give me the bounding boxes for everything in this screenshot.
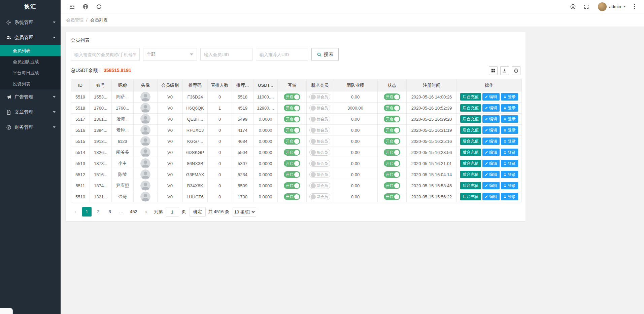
login-button[interactable]: 登录: [501, 193, 518, 200]
edit-button[interactable]: 编辑: [482, 149, 500, 156]
recharge-button[interactable]: 后台充值: [460, 93, 481, 101]
recharge-button[interactable]: 后台充值: [460, 149, 481, 156]
member-type-toggle[interactable]: 新会员: [309, 160, 330, 167]
referrer-uid-input[interactable]: [256, 48, 308, 61]
page-button-452[interactable]: 452: [128, 207, 139, 217]
sidebar-item-member-list[interactable]: 会员列表: [0, 45, 61, 56]
corner-widget[interactable]: [0, 308, 13, 314]
status-toggle[interactable]: 开启: [384, 171, 400, 178]
sidebar-toggle-icon[interactable]: [65, 0, 79, 13]
edit-button[interactable]: 编辑: [482, 104, 500, 112]
status-toggle[interactable]: 开启: [384, 182, 400, 189]
edit-button[interactable]: 编辑: [482, 171, 500, 178]
recharge-button[interactable]: 后台充值: [460, 160, 481, 167]
status-toggle[interactable]: 开启: [284, 193, 300, 200]
status-toggle[interactable]: 开启: [284, 116, 300, 122]
edit-button[interactable]: 编辑: [482, 115, 500, 123]
cell-actions: 后台充值编辑登录: [457, 158, 522, 169]
login-button[interactable]: 登录: [501, 126, 518, 134]
export-icon[interactable]: [500, 66, 509, 75]
sidebar-item-system[interactable]: 系统管理: [0, 15, 61, 30]
login-button[interactable]: 登录: [501, 149, 518, 156]
sidebar-item-finance[interactable]: 财务管理: [0, 120, 61, 135]
member-type-toggle[interactable]: 新会员: [309, 171, 330, 178]
login-button[interactable]: 登录: [501, 115, 518, 123]
cell-referrer: 4174: [232, 125, 253, 136]
search-button[interactable]: 搜索: [311, 48, 339, 61]
per-page-select[interactable]: 10 条/页: [233, 207, 256, 217]
sidebar-item-member[interactable]: 会员管理: [0, 30, 61, 45]
login-button[interactable]: 登录: [501, 182, 518, 189]
login-button[interactable]: 登录: [501, 171, 518, 178]
status-toggle[interactable]: 开启: [384, 138, 400, 145]
status-toggle[interactable]: 开启: [284, 149, 300, 156]
status-toggle[interactable]: 开启: [384, 127, 400, 133]
status-toggle[interactable]: 开启: [384, 160, 400, 167]
member-type-toggle[interactable]: 新会员: [309, 105, 330, 111]
member-type-toggle[interactable]: 新会员: [309, 116, 330, 122]
page-button-2[interactable]: 2: [94, 207, 103, 217]
status-toggle[interactable]: 开启: [284, 182, 300, 189]
status-toggle[interactable]: 开启: [384, 193, 400, 200]
cell-status-toggle: 开启: [378, 114, 407, 125]
member-type-toggle[interactable]: 新会员: [309, 93, 330, 100]
kebab-menu-icon[interactable]: [629, 4, 639, 9]
sidebar-item-investment-list[interactable]: 投资列表: [0, 78, 61, 89]
goto-page-input[interactable]: [166, 207, 179, 217]
type-select[interactable]: 全部: [143, 48, 197, 61]
sidebar-item-daily-performance[interactable]: 平台每日业绩: [0, 67, 61, 78]
status-toggle[interactable]: 开启: [284, 105, 300, 111]
status-toggle[interactable]: 开启: [384, 105, 400, 111]
page-button-3[interactable]: 3: [105, 207, 114, 217]
recharge-button[interactable]: 后台充值: [460, 126, 481, 134]
login-button[interactable]: 登录: [501, 93, 518, 101]
next-page-button[interactable]: ›: [141, 207, 151, 217]
edit-button[interactable]: 编辑: [482, 93, 500, 101]
status-toggle[interactable]: 开启: [384, 116, 400, 122]
status-toggle[interactable]: 开启: [284, 127, 300, 133]
edit-button[interactable]: 编辑: [482, 126, 500, 134]
refresh-icon[interactable]: [92, 0, 106, 13]
admin-menu[interactable]: admin: [609, 4, 626, 9]
status-toggle[interactable]: 开启: [284, 160, 300, 167]
login-button[interactable]: 登录: [501, 138, 518, 145]
member-type-toggle[interactable]: 新会员: [309, 193, 330, 200]
member-type-toggle[interactable]: 新会员: [309, 149, 330, 156]
edit-button[interactable]: 编辑: [482, 160, 500, 167]
recharge-button[interactable]: 后台充值: [460, 171, 481, 178]
status-toggle[interactable]: 开启: [384, 93, 400, 100]
edit-button[interactable]: 编辑: [482, 182, 500, 189]
sidebar-item-ads[interactable]: 广告管理: [0, 89, 61, 105]
status-toggle[interactable]: 开启: [284, 93, 300, 100]
recharge-button[interactable]: 后台充值: [460, 138, 481, 145]
member-type-toggle[interactable]: 新会员: [309, 138, 330, 145]
status-toggle[interactable]: 开启: [284, 138, 300, 145]
status-toggle[interactable]: 开启: [384, 149, 400, 156]
avatar[interactable]: [598, 2, 607, 11]
login-button[interactable]: 登录: [501, 104, 518, 112]
recharge-button[interactable]: 后台充值: [460, 182, 481, 189]
status-toggle[interactable]: 开启: [284, 171, 300, 178]
print-icon[interactable]: [512, 66, 520, 75]
member-type-toggle[interactable]: 新会员: [309, 182, 330, 189]
recharge-button[interactable]: 后台充值: [460, 115, 481, 123]
recharge-button[interactable]: 后台充值: [460, 104, 481, 112]
breadcrumb-parent[interactable]: 会员管理: [66, 17, 83, 23]
member-uid-input[interactable]: [200, 48, 252, 61]
page-button-1[interactable]: 1: [82, 207, 92, 217]
edit-button[interactable]: 编辑: [482, 138, 500, 145]
fullscreen-icon[interactable]: [580, 0, 593, 13]
sidebar-item-team-performance[interactable]: 会员团队业绩: [0, 56, 61, 67]
prev-page-button[interactable]: ‹: [71, 207, 80, 217]
keyword-input[interactable]: [71, 48, 140, 61]
page-title: 会员列表: [71, 36, 520, 48]
sidebar-item-articles[interactable]: 文章管理: [0, 105, 61, 120]
login-button[interactable]: 登录: [501, 160, 518, 167]
member-type-toggle[interactable]: 新会员: [309, 127, 330, 133]
columns-icon[interactable]: [489, 66, 498, 75]
globe-icon[interactable]: [79, 0, 92, 13]
edit-button[interactable]: 编辑: [482, 193, 500, 200]
theme-icon[interactable]: [566, 0, 580, 13]
confirm-button[interactable]: 确定: [190, 207, 206, 217]
recharge-button[interactable]: 后台充值: [460, 193, 481, 200]
